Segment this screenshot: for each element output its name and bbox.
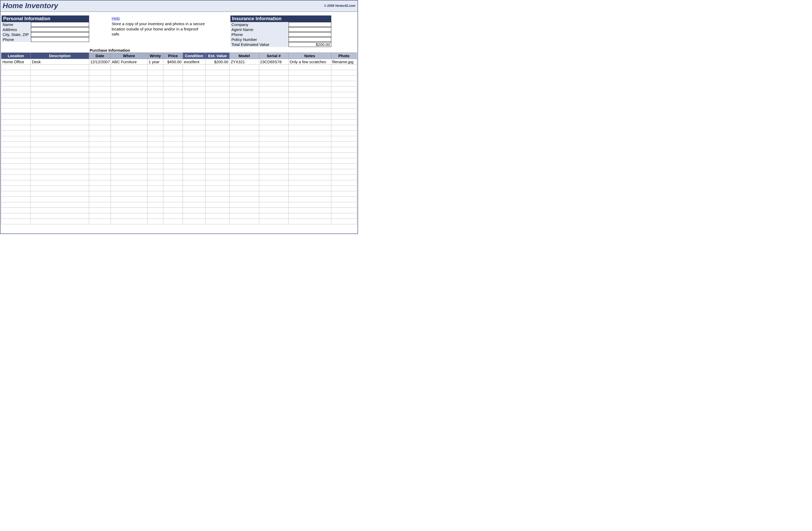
cell-location[interactable]: Home Office xyxy=(1,59,31,65)
cell-serial[interactable] xyxy=(259,164,288,169)
cell-location[interactable] xyxy=(1,169,31,175)
cell-price[interactable] xyxy=(163,75,183,81)
cell-location[interactable] xyxy=(1,180,31,186)
table-row[interactable] xyxy=(1,103,357,109)
cell-est_value[interactable] xyxy=(205,153,229,158)
cell-location[interactable] xyxy=(1,98,31,103)
cell-where[interactable] xyxy=(111,87,148,92)
table-row[interactable] xyxy=(1,125,357,131)
cell-serial[interactable] xyxy=(259,125,288,131)
cell-condition[interactable] xyxy=(183,87,205,92)
cell-location[interactable] xyxy=(1,120,31,125)
cell-where[interactable] xyxy=(111,75,148,81)
cell-date[interactable] xyxy=(89,208,111,213)
cell-date[interactable] xyxy=(89,180,111,186)
cell-notes[interactable] xyxy=(288,213,331,219)
cell-description[interactable] xyxy=(31,169,89,175)
cell-wrnty[interactable] xyxy=(148,208,163,213)
cell-description[interactable] xyxy=(31,153,89,158)
cell-condition[interactable] xyxy=(183,186,205,191)
cell-photo[interactable] xyxy=(331,202,357,208)
cell-where[interactable] xyxy=(111,81,148,87)
cell-est_value[interactable] xyxy=(205,103,229,109)
cell-wrnty[interactable] xyxy=(148,98,163,103)
cell-photo[interactable]: filename.jpg xyxy=(331,59,357,65)
cell-photo[interactable] xyxy=(331,169,357,175)
cell-price[interactable] xyxy=(163,125,183,131)
table-row[interactable] xyxy=(1,114,357,120)
cell-where[interactable] xyxy=(111,125,148,131)
cell-photo[interactable] xyxy=(331,131,357,136)
cell-notes[interactable] xyxy=(288,103,331,109)
cell-where[interactable] xyxy=(111,92,148,98)
cell-description[interactable] xyxy=(31,191,89,197)
cell-date[interactable] xyxy=(89,87,111,92)
cell-model[interactable] xyxy=(230,219,259,224)
cell-date[interactable] xyxy=(89,70,111,75)
cell-serial[interactable] xyxy=(259,147,288,153)
col-where[interactable]: Where xyxy=(111,53,148,59)
cell-where[interactable] xyxy=(111,136,148,142)
table-row[interactable] xyxy=(1,120,357,125)
cell-description[interactable] xyxy=(31,92,89,98)
cell-model[interactable] xyxy=(230,103,259,109)
cell-location[interactable] xyxy=(1,202,31,208)
cell-where[interactable] xyxy=(111,169,148,175)
cell-description[interactable] xyxy=(31,213,89,219)
cell-notes[interactable] xyxy=(288,202,331,208)
cell-where[interactable] xyxy=(111,65,148,70)
cell-price[interactable] xyxy=(163,153,183,158)
cell-location[interactable] xyxy=(1,136,31,142)
cell-price[interactable] xyxy=(163,81,183,87)
cell-est_value[interactable] xyxy=(205,197,229,202)
cell-photo[interactable] xyxy=(331,153,357,158)
cell-location[interactable] xyxy=(1,158,31,164)
cell-where[interactable] xyxy=(111,208,148,213)
cell-est_value[interactable] xyxy=(205,169,229,175)
cell-description[interactable] xyxy=(31,75,89,81)
cell-serial[interactable] xyxy=(259,70,288,75)
personal-name-input[interactable] xyxy=(31,22,89,27)
table-row[interactable] xyxy=(1,213,357,219)
cell-location[interactable] xyxy=(1,213,31,219)
cell-price[interactable] xyxy=(163,202,183,208)
cell-est_value[interactable] xyxy=(205,180,229,186)
cell-photo[interactable] xyxy=(331,109,357,114)
cell-date[interactable] xyxy=(89,114,111,120)
cell-est_value[interactable]: $200.00 xyxy=(205,59,229,65)
cell-est_value[interactable] xyxy=(205,125,229,131)
cell-description[interactable] xyxy=(31,125,89,131)
cell-notes[interactable] xyxy=(288,114,331,120)
insurance-phone-input[interactable] xyxy=(289,32,331,37)
cell-price[interactable] xyxy=(163,98,183,103)
cell-photo[interactable] xyxy=(331,120,357,125)
col-est-value[interactable]: Est. Value xyxy=(205,53,229,59)
col-condition[interactable]: Condition xyxy=(183,53,205,59)
cell-notes[interactable] xyxy=(288,219,331,224)
cell-date[interactable] xyxy=(89,153,111,158)
cell-photo[interactable] xyxy=(331,103,357,109)
cell-condition[interactable] xyxy=(183,191,205,197)
cell-date[interactable] xyxy=(89,197,111,202)
cell-location[interactable] xyxy=(1,65,31,70)
cell-where[interactable] xyxy=(111,98,148,103)
cell-date[interactable] xyxy=(89,169,111,175)
cell-notes[interactable] xyxy=(288,109,331,114)
cell-model[interactable] xyxy=(230,114,259,120)
table-row[interactable] xyxy=(1,136,357,142)
cell-price[interactable] xyxy=(163,213,183,219)
cell-condition[interactable] xyxy=(183,81,205,87)
table-row[interactable] xyxy=(1,219,357,224)
insurance-policy-input[interactable] xyxy=(289,37,331,42)
cell-date[interactable]: 12/12/2007 xyxy=(89,59,111,65)
table-row[interactable] xyxy=(1,158,357,164)
cell-where[interactable] xyxy=(111,142,148,147)
cell-description[interactable] xyxy=(31,98,89,103)
table-row[interactable] xyxy=(1,147,357,153)
cell-notes[interactable] xyxy=(288,208,331,213)
cell-photo[interactable] xyxy=(331,98,357,103)
cell-wrnty[interactable] xyxy=(148,109,163,114)
cell-notes[interactable] xyxy=(288,175,331,180)
cell-price[interactable] xyxy=(163,186,183,191)
table-row[interactable] xyxy=(1,87,357,92)
